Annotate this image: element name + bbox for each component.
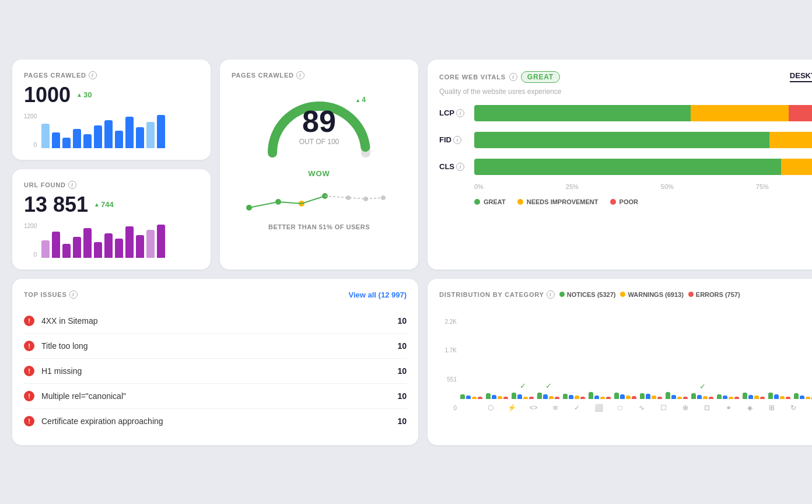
dist-bars-wrap — [717, 394, 739, 399]
dist-col — [768, 382, 790, 399]
dist-bars-wrap — [794, 393, 812, 398]
url-found-info-icon[interactable]: i — [68, 181, 76, 189]
dist-col: ✓ — [512, 382, 534, 399]
top-issues-header: TOP ISSUES i View all (12 997) — [24, 290, 407, 299]
dist-icon-doc: ☐ — [654, 404, 673, 412]
pages-crawled-delta: 30 — [76, 90, 92, 99]
issue-row[interactable]: !H1 missing10 — [24, 359, 407, 384]
fid-great-seg — [474, 132, 769, 148]
issue-row[interactable]: !Multiple rel="canonical"10 — [24, 384, 407, 409]
issue-name: H1 missing — [41, 366, 390, 376]
cwv-metric-cls: CLS i — [439, 162, 467, 171]
dist-bars-wrap — [460, 394, 482, 398]
gauge-out-of: OUT OF 100 — [299, 138, 339, 146]
dist-bars-wrap — [563, 394, 585, 399]
warnings-dot — [620, 292, 625, 297]
cls-info-icon[interactable]: i — [456, 163, 464, 171]
distribution-card: DISTRIBUTION BY CATEGORY i NOTICES (5327… — [428, 279, 812, 445]
cwv-row-lcp: LCP i — [439, 105, 812, 121]
gauge-card: PAGES CRAWLED i 4 89 OUT OF 100 WOW — [220, 60, 418, 270]
dist-bar — [657, 397, 662, 399]
cls-great-seg — [474, 159, 781, 175]
top-issues-info-icon[interactable]: i — [69, 290, 78, 299]
gauge-footer: BETTER THAN 51% OF USERS — [268, 223, 370, 230]
dist-bar — [666, 392, 670, 398]
cwv-metric-fid: FID i — [439, 135, 467, 144]
issue-row[interactable]: !Certificate expiration approaching10 — [24, 409, 407, 433]
poor-dot — [610, 199, 616, 205]
lcp-ni-seg — [691, 105, 789, 121]
dist-legend-notices: NOTICES (5327) — [559, 291, 616, 298]
dist-bar — [503, 397, 508, 399]
pages-crawled-card: PAGES CRAWLED i 1000 30 1200 0 — [12, 60, 211, 160]
issue-row[interactable]: !Title too long10 — [24, 334, 407, 359]
dist-header: DISTRIBUTION BY CATEGORY i NOTICES (5327… — [439, 290, 812, 299]
error-icon: ! — [24, 341, 34, 351]
error-icon: ! — [24, 366, 34, 376]
dist-legend-warnings: WARNINGS (6913) — [620, 291, 683, 298]
url-found-delta: 744 — [94, 200, 114, 209]
dist-col — [563, 383, 585, 399]
bar-item — [83, 134, 92, 148]
dist-bar — [512, 393, 516, 399]
dist-bar — [523, 397, 528, 399]
dist-col — [743, 382, 765, 398]
cwv-subtitle: Quality of the website usres experience — [439, 88, 812, 96]
gauge-info-icon[interactable]: i — [296, 71, 304, 79]
dist-bar — [754, 396, 759, 398]
dist-icon-code: <> — [524, 404, 542, 412]
dist-bar — [800, 396, 804, 399]
dist-bar — [600, 397, 605, 399]
ni-dot — [517, 199, 523, 205]
cwv-info-icon[interactable]: i — [509, 73, 517, 81]
dist-bars-wrap — [691, 393, 713, 398]
bar-chart-url — [41, 223, 165, 258]
dist-bar — [691, 393, 696, 398]
dist-col — [614, 382, 636, 399]
tab-desktop[interactable]: DESKTOP — [790, 71, 812, 82]
dist-bar — [677, 397, 682, 399]
fid-info-icon[interactable]: i — [453, 136, 461, 144]
dist-icon-wind: ≋ — [546, 404, 564, 412]
bar-chart-pages — [41, 113, 165, 148]
dist-bar — [794, 393, 799, 398]
dist-icon-search: ⊕ — [676, 404, 694, 412]
dist-bar — [671, 395, 676, 398]
fid-ni-seg — [769, 132, 813, 148]
issue-count: 10 — [397, 391, 407, 401]
dist-bar — [780, 396, 785, 398]
lcp-great-seg — [474, 105, 691, 121]
issue-name: Certificate expiration approaching — [41, 416, 390, 426]
dist-col — [666, 382, 688, 398]
dist-bar — [529, 397, 534, 399]
cwv-x-axis: 0% 25% 50% 75% 100% — [439, 183, 812, 190]
dist-bar — [478, 397, 482, 399]
pages-crawled-label: PAGES CRAWLED i — [24, 71, 199, 79]
bar-item — [94, 242, 102, 258]
dist-bars-wrap — [486, 393, 508, 398]
dist-bar — [717, 394, 722, 399]
dist-bars-wrap — [768, 393, 790, 399]
dist-col — [486, 383, 508, 398]
dist-bar — [723, 396, 727, 398]
dist-info-icon[interactable]: i — [547, 290, 555, 299]
bar-item — [157, 225, 165, 258]
url-found-label: URL FOUND i — [24, 181, 199, 189]
dist-bar — [537, 393, 542, 398]
bar-item — [41, 240, 50, 258]
dist-bar — [580, 397, 585, 399]
bar-item — [62, 138, 71, 148]
dist-bar — [466, 396, 471, 398]
dist-bar — [748, 395, 753, 399]
pages-crawled-info-icon[interactable]: i — [89, 71, 97, 79]
lcp-info-icon[interactable]: i — [456, 109, 464, 117]
view-all-link[interactable]: View all (12 997) — [349, 290, 407, 299]
issue-row[interactable]: !4XX in Sitemap10 — [24, 309, 407, 334]
issues-list: !4XX in Sitemap10!Title too long10!H1 mi… — [24, 309, 407, 433]
dist-bar — [543, 394, 548, 399]
gauge-rating: WOW — [308, 169, 330, 178]
dist-bar — [734, 397, 739, 399]
dist-bar — [626, 396, 631, 399]
dist-bar — [640, 393, 645, 399]
check-mark: ✓ — [520, 382, 526, 390]
